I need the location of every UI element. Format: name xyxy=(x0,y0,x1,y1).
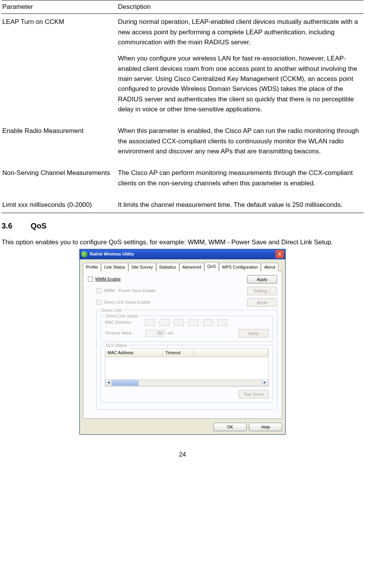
intro-paragraph: This option enables you to configure QoS… xyxy=(2,237,363,247)
scroll-track[interactable] xyxy=(139,380,262,386)
param-desc: When this parameter is enabled, the Cisc… xyxy=(117,123,363,165)
section-number: 3.6 xyxy=(2,220,29,232)
mac-field-4 xyxy=(188,319,198,326)
app-window: Ralink Wireless Utility X Profile Link S… xyxy=(79,249,286,435)
dls-status-group: DLS Status MAC Address Timeout ◀ ▶ xyxy=(101,345,273,403)
mac-field-3 xyxy=(174,319,184,326)
param-desc: The Cisco AP can perform monitoring meas… xyxy=(117,165,363,197)
tab-link-status[interactable]: Link Status xyxy=(101,263,128,271)
param-name: Enable Radio Measurement xyxy=(2,123,117,165)
titlebar: Ralink Wireless Utility X xyxy=(80,249,285,259)
wmm-enable-checkbox[interactable]: WMM Enable xyxy=(88,276,247,282)
tab-site-survey[interactable]: Site Survey xyxy=(128,263,156,271)
table-row: LEAP Turn on CCKM During normal operatio… xyxy=(2,14,363,123)
list-body xyxy=(105,357,268,380)
apply-button-timeout: Apply xyxy=(239,329,269,338)
tab-statistics[interactable]: Statistics xyxy=(156,263,179,271)
dls-list: MAC Address Timeout ◀ ▶ xyxy=(105,348,269,387)
col-description: Description xyxy=(117,0,363,14)
scroll-right-icon[interactable]: ▶ xyxy=(262,380,268,386)
tear-down-button: Tear Down xyxy=(239,390,269,398)
col-parameter: Parameter xyxy=(2,0,117,14)
apply-button[interactable]: Apply xyxy=(247,275,277,284)
mac-field-6 xyxy=(217,319,227,326)
group-title: Direct Link Setup xyxy=(104,313,140,319)
ok-button[interactable]: OK xyxy=(214,423,247,431)
table-row: Limit xxx milliseconds (0-2000) It limit… xyxy=(2,197,363,213)
app-icon xyxy=(81,251,87,257)
scroll-thumb[interactable] xyxy=(112,380,139,386)
timeout-input xyxy=(146,330,165,337)
direct-link-setup-group: Direct Link Setup MAC Address : - - - - … xyxy=(101,316,273,342)
param-name: LEAP Turn on CCKM xyxy=(2,14,117,123)
param-desc: During normal operation, LEAP-enabled cl… xyxy=(117,14,363,123)
col-empty xyxy=(194,349,268,357)
section-title: QoS xyxy=(31,222,47,230)
checkbox-icon xyxy=(96,300,101,305)
help-button[interactable]: Help xyxy=(249,423,282,431)
horizontal-scrollbar[interactable]: ◀ ▶ xyxy=(105,380,268,386)
timeout-label: Timeout Value : xyxy=(105,330,143,336)
param-name: Limit xxx milliseconds (0-2000) xyxy=(2,197,117,213)
tab-wps[interactable]: WPS Configuration xyxy=(219,263,261,271)
mac-field-2 xyxy=(160,319,170,326)
page-number: 24 xyxy=(2,450,363,460)
tab-advanced[interactable]: Advanced xyxy=(179,263,204,271)
wmm-powersave-checkbox: WMM - Power Save Enable xyxy=(88,287,247,294)
close-icon[interactable]: X xyxy=(276,250,284,258)
apply-button-dls: Apply xyxy=(247,298,277,307)
table-row: Non-Serving Channel Measurements The Cis… xyxy=(2,165,363,197)
mac-label: MAC Address : xyxy=(105,319,143,326)
section-heading: 3.6 QoS xyxy=(2,220,363,232)
timeout-row: Timeout Value : sec Apply xyxy=(105,329,269,338)
tab-strip: Profile Link Status Site Survey Statisti… xyxy=(83,262,282,271)
mac-field-1 xyxy=(145,319,155,326)
tab-qos[interactable]: QoS xyxy=(204,262,219,271)
window-title: Ralink Wireless Utility xyxy=(90,251,276,257)
table-row: Enable Radio Measurement When this param… xyxy=(2,123,363,165)
tab-panel: WMM Enable Apply WMM - Power Save Enable… xyxy=(83,271,282,419)
direct-link-setup-checkbox: Direct Link Setup Enable xyxy=(88,299,247,306)
mac-field-5 xyxy=(203,319,213,326)
group-title: DLS Status xyxy=(104,342,129,349)
col-timeout[interactable]: Timeout xyxy=(163,349,194,357)
parameter-table: Parameter Description LEAP Turn on CCKM … xyxy=(2,0,363,213)
setting-button: Setting... xyxy=(247,287,277,295)
timeout-unit: sec xyxy=(167,330,174,336)
checkbox-icon xyxy=(96,288,101,293)
mac-address-row: MAC Address : - - - - - xyxy=(105,319,269,326)
checkbox-icon xyxy=(88,277,93,282)
col-mac[interactable]: MAC Address xyxy=(105,349,163,357)
param-name: Non-Serving Channel Measurements xyxy=(2,165,117,197)
param-desc: It limits the channel measurement time. … xyxy=(117,197,363,213)
tab-profile[interactable]: Profile xyxy=(83,263,101,271)
tab-about[interactable]: About xyxy=(261,263,278,271)
direct-link-group: Direct Link Direct Link Setup MAC Addres… xyxy=(96,310,277,410)
scroll-left-icon[interactable]: ◀ xyxy=(105,380,112,386)
